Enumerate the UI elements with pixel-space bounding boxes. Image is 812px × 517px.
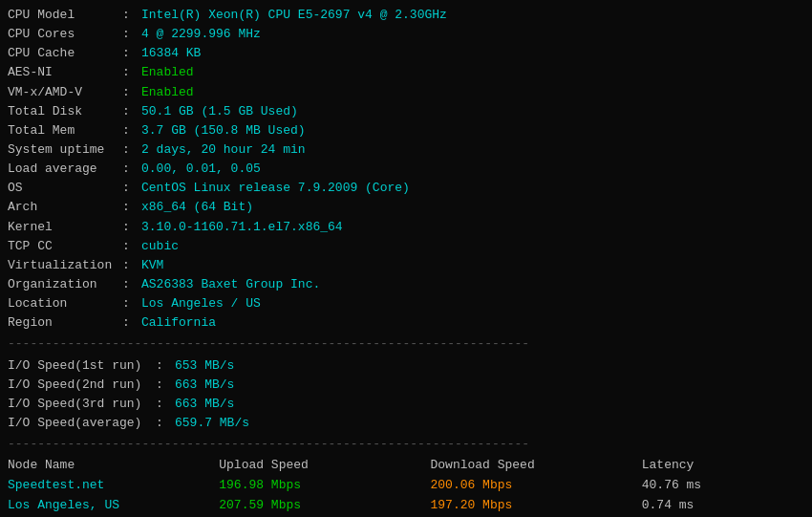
mem-label: Total Mem [8, 121, 122, 140]
os-label: OS [8, 179, 122, 198]
network-cell-node: Speedtest.net [8, 476, 219, 495]
network-cell-upload: 196.98 Mbps [219, 476, 430, 495]
io-run1-val: 653 MB/s [175, 356, 234, 376]
io-avg-label: I/O Speed(average) [8, 414, 156, 433]
network-row: Los Angeles, US207.59 Mbps197.20 Mbps0.7… [8, 496, 804, 515]
network-divider: ----------------------------------------… [8, 435, 804, 454]
network-cell-download: 197.20 Mbps [431, 496, 642, 515]
os-val: CentOS Linux release 7.9.2009 (Core) [141, 179, 410, 198]
cpu-cache-row: CPU Cache : 16384 KB [8, 44, 804, 63]
region-val: California [141, 313, 216, 333]
io-run1-label: I/O Speed(1st run) [8, 356, 156, 376]
loc-label: Location [8, 294, 122, 313]
vmamd-row: VM-x/AMD-V : Enabled [8, 83, 804, 102]
header-upload: Upload Speed [219, 456, 430, 476]
virt-label: Virtualization [8, 256, 122, 275]
io-avg-val: 659.7 MB/s [175, 414, 249, 433]
loc-row: Location : Los Angeles / US [8, 294, 804, 313]
io-run2-val: 663 MB/s [175, 376, 234, 395]
org-label: Organization [8, 275, 122, 294]
disk-row: Total Disk : 50.1 GB (1.5 GB Used) [8, 102, 804, 121]
io-run3-row: I/O Speed(3rd run) : 663 MB/s [8, 395, 804, 414]
tcpcc-row: TCP CC : cubic [8, 237, 804, 256]
header-latency: Latency [642, 456, 804, 476]
io-run3-label: I/O Speed(3rd run) [8, 395, 156, 414]
io-divider: ----------------------------------------… [8, 334, 804, 354]
network-table: Node Name Upload Speed Download Speed La… [8, 456, 804, 517]
network-cell-latency: 0.74 ms [642, 496, 804, 515]
kernel-label: Kernel [8, 218, 122, 237]
network-row: Speedtest.net196.98 Mbps200.06 Mbps40.76… [8, 476, 804, 495]
network-cell-upload: 207.59 Mbps [219, 496, 430, 515]
uptime-val: 2 days, 20 hour 24 min [141, 140, 306, 160]
vmamd-label: VM-x/AMD-V [8, 83, 122, 102]
network-table-header: Node Name Upload Speed Download Speed La… [8, 456, 804, 476]
load-row: Load average : 0.00, 0.01, 0.05 [8, 160, 804, 179]
org-val: AS26383 Baxet Group Inc. [141, 275, 320, 294]
network-cell-node: Los Angeles, US [8, 496, 219, 515]
vmamd-val: Enabled [141, 83, 194, 102]
region-label: Region [8, 313, 122, 333]
kernel-row: Kernel : 3.10.0-1160.71.1.el7.x86_64 [8, 218, 804, 237]
cpu-cores-row: CPU Cores : 4 @ 2299.996 MHz [8, 25, 804, 44]
aes-label: AES-NI [8, 63, 122, 82]
aes-val: Enabled [141, 63, 194, 82]
kernel-val: 3.10.0-1160.71.1.el7.x86_64 [141, 218, 343, 237]
header-download: Download Speed [431, 456, 642, 476]
io-avg-row: I/O Speed(average) : 659.7 MB/s [8, 414, 804, 433]
io-run1-row: I/O Speed(1st run) : 653 MB/s [8, 356, 804, 376]
cpu-model-val: Intel(R) Xeon(R) CPU E5-2697 v4 @ 2.30GH… [141, 6, 447, 25]
cpu-cores-label: CPU Cores [8, 25, 122, 44]
mem-row: Total Mem : 3.7 GB (150.8 MB Used) [8, 121, 804, 140]
network-cell-latency: 40.76 ms [642, 476, 804, 495]
io-run2-row: I/O Speed(2nd run) : 663 MB/s [8, 376, 804, 395]
arch-val: x86_64 (64 Bit) [141, 198, 253, 217]
virt-val: KVM [141, 256, 163, 275]
aes-row: AES-NI : Enabled [8, 63, 804, 82]
region-row: Region : California [8, 313, 804, 333]
load-val: 0.00, 0.01, 0.05 [141, 160, 261, 179]
io-run3-val: 663 MB/s [175, 395, 234, 414]
cpu-cores-val: 4 @ 2299.996 MHz [141, 25, 261, 44]
mem-val: 3.7 GB (150.8 MB Used) [141, 121, 306, 140]
arch-row: Arch : x86_64 (64 Bit) [8, 198, 804, 217]
cpu-model-label: CPU Model [8, 6, 122, 25]
arch-label: Arch [8, 198, 122, 217]
cpu-cache-label: CPU Cache [8, 44, 122, 63]
os-row: OS : CentOS Linux release 7.9.2009 (Core… [8, 179, 804, 198]
io-run2-label: I/O Speed(2nd run) [8, 376, 156, 395]
virt-row: Virtualization : KVM [8, 256, 804, 275]
loc-val: Los Angeles / US [141, 294, 261, 313]
disk-val: 50.1 GB (1.5 GB Used) [141, 102, 298, 121]
cpu-cache-val: 16384 KB [141, 44, 201, 63]
uptime-row: System uptime : 2 days, 20 hour 24 min [8, 140, 804, 160]
load-label: Load average [8, 160, 122, 179]
tcpcc-val: cubic [141, 237, 179, 256]
network-cell-download: 200.06 Mbps [431, 476, 642, 495]
cpu-model-row: CPU Model : Intel(R) Xeon(R) CPU E5-2697… [8, 6, 804, 25]
disk-label: Total Disk [8, 102, 122, 121]
tcpcc-label: TCP CC [8, 237, 122, 256]
terminal-output: CPU Model : Intel(R) Xeon(R) CPU E5-2697… [8, 6, 804, 517]
header-node: Node Name [8, 456, 219, 476]
org-row: Organization : AS26383 Baxet Group Inc. [8, 275, 804, 294]
uptime-label: System uptime [8, 140, 122, 160]
